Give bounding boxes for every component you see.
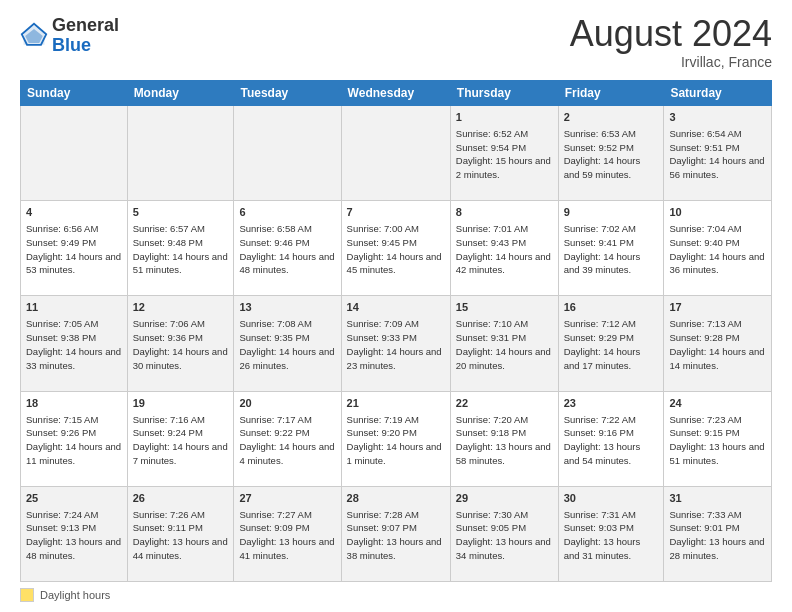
- calendar-day-cell: 16Sunrise: 7:12 AMSunset: 9:29 PMDayligh…: [558, 296, 664, 391]
- calendar-day-cell: 12Sunrise: 7:06 AMSunset: 9:36 PMDayligh…: [127, 296, 234, 391]
- day-info-line: Sunset: 9:33 PM: [347, 331, 445, 345]
- day-info-line: Sunset: 9:07 PM: [347, 521, 445, 535]
- day-info-line: Daylight: 13 hours and 48 minutes.: [26, 535, 122, 563]
- header: General Blue August 2024 Irvillac, Franc…: [20, 16, 772, 70]
- day-info-line: Sunrise: 7:00 AM: [347, 222, 445, 236]
- day-info-line: Sunset: 9:22 PM: [239, 426, 335, 440]
- calendar-day-cell: 31Sunrise: 7:33 AMSunset: 9:01 PMDayligh…: [664, 486, 772, 581]
- day-info-line: Daylight: 14 hours and 36 minutes.: [669, 250, 766, 278]
- calendar-day-cell: 8Sunrise: 7:01 AMSunset: 9:43 PMDaylight…: [450, 201, 558, 296]
- day-info-line: Daylight: 14 hours and 23 minutes.: [347, 345, 445, 373]
- day-info-line: Sunset: 9:43 PM: [456, 236, 553, 250]
- day-info-line: Daylight: 13 hours and 31 minutes.: [564, 535, 659, 563]
- day-info-line: Sunset: 9:03 PM: [564, 521, 659, 535]
- day-number: 22: [456, 396, 553, 412]
- day-info-line: Sunrise: 6:52 AM: [456, 127, 553, 141]
- day-info-line: Sunrise: 6:56 AM: [26, 222, 122, 236]
- day-info-line: Sunrise: 7:20 AM: [456, 413, 553, 427]
- day-info-line: Sunrise: 6:53 AM: [564, 127, 659, 141]
- legend-color-box: [20, 588, 34, 602]
- day-info-line: Daylight: 13 hours and 28 minutes.: [669, 535, 766, 563]
- logo-icon: [20, 22, 48, 50]
- day-number: 14: [347, 300, 445, 316]
- calendar-day-cell: [341, 106, 450, 201]
- calendar-day-cell: 27Sunrise: 7:27 AMSunset: 9:09 PMDayligh…: [234, 486, 341, 581]
- calendar-table: SundayMondayTuesdayWednesdayThursdayFrid…: [20, 80, 772, 582]
- day-number: 13: [239, 300, 335, 316]
- calendar-week-row: 25Sunrise: 7:24 AMSunset: 9:13 PMDayligh…: [21, 486, 772, 581]
- day-info-line: Sunrise: 7:10 AM: [456, 317, 553, 331]
- day-info-line: Sunset: 9:54 PM: [456, 141, 553, 155]
- calendar-day-cell: 14Sunrise: 7:09 AMSunset: 9:33 PMDayligh…: [341, 296, 450, 391]
- day-info-line: Sunset: 9:36 PM: [133, 331, 229, 345]
- dow-header: Friday: [558, 81, 664, 106]
- day-info-line: Daylight: 13 hours and 51 minutes.: [669, 440, 766, 468]
- day-info-line: Daylight: 14 hours and 30 minutes.: [133, 345, 229, 373]
- logo-general: General: [52, 15, 119, 35]
- day-info-line: Sunrise: 7:19 AM: [347, 413, 445, 427]
- day-info-line: Sunrise: 7:24 AM: [26, 508, 122, 522]
- day-info-line: Daylight: 14 hours and 26 minutes.: [239, 345, 335, 373]
- day-info-line: Sunrise: 7:06 AM: [133, 317, 229, 331]
- day-info-line: Sunrise: 7:28 AM: [347, 508, 445, 522]
- day-number: 28: [347, 491, 445, 507]
- calendar-day-cell: 10Sunrise: 7:04 AMSunset: 9:40 PMDayligh…: [664, 201, 772, 296]
- calendar-day-cell: 6Sunrise: 6:58 AMSunset: 9:46 PMDaylight…: [234, 201, 341, 296]
- calendar-day-cell: 24Sunrise: 7:23 AMSunset: 9:15 PMDayligh…: [664, 391, 772, 486]
- day-info-line: Sunset: 9:16 PM: [564, 426, 659, 440]
- calendar-day-cell: [234, 106, 341, 201]
- month-title: August 2024: [570, 16, 772, 52]
- day-info-line: Sunrise: 7:33 AM: [669, 508, 766, 522]
- logo-blue: Blue: [52, 35, 91, 55]
- calendar-day-cell: 29Sunrise: 7:30 AMSunset: 9:05 PMDayligh…: [450, 486, 558, 581]
- day-number: 11: [26, 300, 122, 316]
- day-info-line: Sunset: 9:20 PM: [347, 426, 445, 440]
- day-number: 7: [347, 205, 445, 221]
- day-info-line: Daylight: 14 hours and 17 minutes.: [564, 345, 659, 373]
- calendar-day-cell: 22Sunrise: 7:20 AMSunset: 9:18 PMDayligh…: [450, 391, 558, 486]
- dow-header: Saturday: [664, 81, 772, 106]
- day-info-line: Sunset: 9:28 PM: [669, 331, 766, 345]
- day-number: 4: [26, 205, 122, 221]
- calendar-day-cell: [21, 106, 128, 201]
- day-info-line: Daylight: 13 hours and 44 minutes.: [133, 535, 229, 563]
- day-number: 23: [564, 396, 659, 412]
- calendar-day-cell: 28Sunrise: 7:28 AMSunset: 9:07 PMDayligh…: [341, 486, 450, 581]
- day-info-line: Sunrise: 7:02 AM: [564, 222, 659, 236]
- day-info-line: Daylight: 13 hours and 41 minutes.: [239, 535, 335, 563]
- day-info-line: Sunset: 9:41 PM: [564, 236, 659, 250]
- day-info-line: Sunrise: 7:27 AM: [239, 508, 335, 522]
- day-info-line: Sunset: 9:24 PM: [133, 426, 229, 440]
- day-info-line: Sunset: 9:29 PM: [564, 331, 659, 345]
- day-info-line: Sunset: 9:31 PM: [456, 331, 553, 345]
- day-number: 20: [239, 396, 335, 412]
- calendar-day-cell: 4Sunrise: 6:56 AMSunset: 9:49 PMDaylight…: [21, 201, 128, 296]
- calendar-day-cell: 7Sunrise: 7:00 AMSunset: 9:45 PMDaylight…: [341, 201, 450, 296]
- day-info-line: Daylight: 14 hours and 11 minutes.: [26, 440, 122, 468]
- calendar-day-cell: 9Sunrise: 7:02 AMSunset: 9:41 PMDaylight…: [558, 201, 664, 296]
- day-number: 25: [26, 491, 122, 507]
- day-number: 16: [564, 300, 659, 316]
- calendar-day-cell: 18Sunrise: 7:15 AMSunset: 9:26 PMDayligh…: [21, 391, 128, 486]
- calendar-day-cell: 15Sunrise: 7:10 AMSunset: 9:31 PMDayligh…: [450, 296, 558, 391]
- day-number: 27: [239, 491, 335, 507]
- day-info-line: Daylight: 14 hours and 14 minutes.: [669, 345, 766, 373]
- day-info-line: Daylight: 13 hours and 38 minutes.: [347, 535, 445, 563]
- day-info-line: Daylight: 14 hours and 39 minutes.: [564, 250, 659, 278]
- calendar-day-cell: 25Sunrise: 7:24 AMSunset: 9:13 PMDayligh…: [21, 486, 128, 581]
- day-info-line: Sunrise: 7:04 AM: [669, 222, 766, 236]
- day-info-line: Sunset: 9:01 PM: [669, 521, 766, 535]
- calendar-day-cell: 13Sunrise: 7:08 AMSunset: 9:35 PMDayligh…: [234, 296, 341, 391]
- day-info-line: Sunrise: 6:57 AM: [133, 222, 229, 236]
- day-info-line: Sunrise: 7:01 AM: [456, 222, 553, 236]
- calendar-day-cell: [127, 106, 234, 201]
- day-number: 30: [564, 491, 659, 507]
- day-number: 10: [669, 205, 766, 221]
- day-info-line: Sunrise: 7:22 AM: [564, 413, 659, 427]
- day-info-line: Daylight: 14 hours and 56 minutes.: [669, 154, 766, 182]
- day-info-line: Sunset: 9:18 PM: [456, 426, 553, 440]
- day-info-line: Daylight: 13 hours and 34 minutes.: [456, 535, 553, 563]
- dow-header: Wednesday: [341, 81, 450, 106]
- calendar-week-row: 18Sunrise: 7:15 AMSunset: 9:26 PMDayligh…: [21, 391, 772, 486]
- day-info-line: Sunrise: 6:54 AM: [669, 127, 766, 141]
